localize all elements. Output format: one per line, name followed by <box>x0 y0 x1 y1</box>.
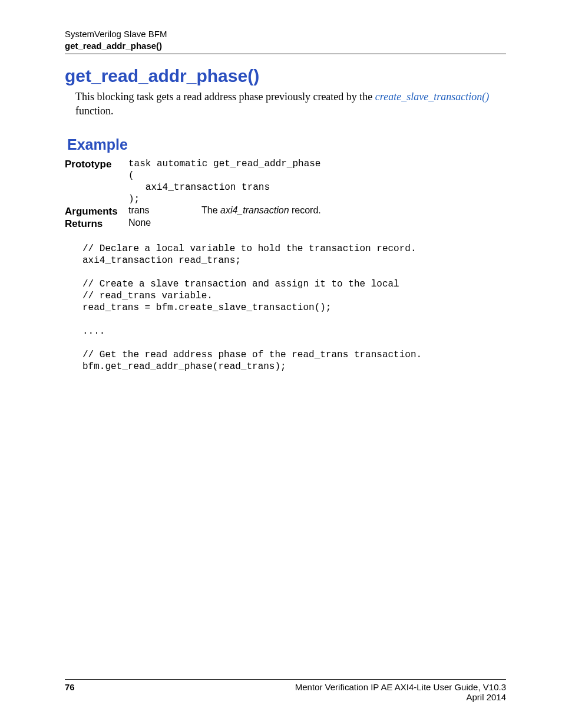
returns-row: Returns None <box>65 218 506 230</box>
running-header: SystemVerilog Slave BFM get_read_addr_ph… <box>65 28 506 51</box>
header-line-1: SystemVerilog Slave BFM <box>65 28 506 40</box>
page-footer: 76 Mentor Verification IP AE AXI4-Lite U… <box>65 679 506 702</box>
example-code-block: // Declare a local variable to hold the … <box>82 243 506 373</box>
arguments-row: Arguments trans The axi4_transaction rec… <box>65 205 506 218</box>
arguments-content: trans The axi4_transaction record. <box>128 205 506 216</box>
page-title: get_read_addr_phase() <box>65 66 506 86</box>
footer-row: 76 Mentor Verification IP AE AXI4-Lite U… <box>65 682 506 702</box>
intro-text-before: This blocking task gets a read address p… <box>75 91 375 103</box>
footer-date: April 2014 <box>295 692 506 702</box>
returns-value: None <box>128 218 506 228</box>
argument-desc-suffix: record. <box>289 205 321 215</box>
arguments-label: Arguments <box>65 205 128 218</box>
footer-rule <box>65 679 506 680</box>
intro-text-after: function. <box>75 105 114 117</box>
returns-label: Returns <box>65 218 128 230</box>
footer-page-number: 76 <box>65 682 75 702</box>
header-rule <box>65 54 506 54</box>
argument-name: trans <box>128 205 201 216</box>
definition-list: Prototype task automatic get_read_addr_p… <box>65 158 506 230</box>
footer-doc-title: Mentor Verification IP AE AXI4-Lite User… <box>295 682 506 692</box>
prototype-label: Prototype <box>65 158 128 170</box>
link-create-slave-transaction[interactable]: create_slave_transaction() <box>375 91 489 103</box>
argument-description: The axi4_transaction record. <box>201 205 321 216</box>
prototype-row: Prototype task automatic get_read_addr_p… <box>65 158 506 205</box>
argument-desc-italic: axi4_transaction <box>220 205 289 215</box>
footer-right: Mentor Verification IP AE AXI4-Lite User… <box>295 682 506 702</box>
intro-paragraph: This blocking task gets a read address p… <box>75 90 506 118</box>
page-content: SystemVerilog Slave BFM get_read_addr_ph… <box>0 0 562 373</box>
prototype-content: task automatic get_read_addr_phase ( axi… <box>128 158 506 205</box>
prototype-code: task automatic get_read_addr_phase ( axi… <box>128 158 506 205</box>
argument-desc-prefix: The <box>201 205 220 215</box>
section-example-heading: Example <box>67 136 506 153</box>
header-line-2: get_read_addr_phase() <box>65 40 506 52</box>
